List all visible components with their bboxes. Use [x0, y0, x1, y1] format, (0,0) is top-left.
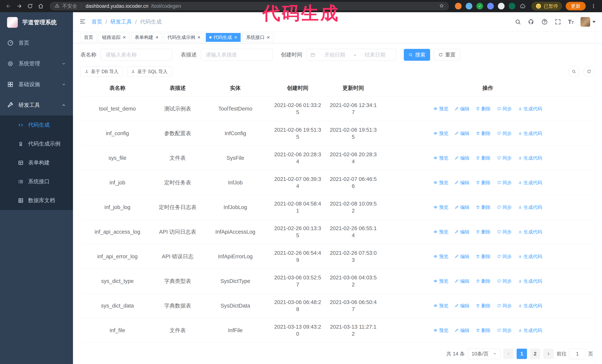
- url-bar[interactable]: 不安全 dashboard.yudao.iocoder.cn /tool/cod…: [50, 2, 449, 10]
- edit-link[interactable]: 编辑: [455, 253, 469, 260]
- profile-paused-badge[interactable]: 已暂停: [532, 2, 562, 10]
- preview-link[interactable]: 预览: [433, 154, 448, 161]
- tab-close-icon[interactable]: ×: [267, 35, 270, 40]
- page-button-1[interactable]: 1: [516, 349, 527, 359]
- extension-icon-darkgreen[interactable]: [509, 3, 515, 10]
- tab-codegen-example[interactable]: 代码生成示例×: [164, 33, 204, 42]
- home-button[interactable]: [36, 1, 46, 11]
- reset-button[interactable]: 重置: [434, 49, 460, 61]
- generate-code-link[interactable]: 生成代码: [518, 327, 542, 334]
- sync-link[interactable]: 同步: [497, 278, 512, 285]
- date-range-picker[interactable]: 开始日期 - 结束日期: [306, 49, 396, 61]
- preview-link[interactable]: 预览: [433, 302, 448, 309]
- edit-link[interactable]: 编辑: [455, 105, 469, 112]
- table-desc-input[interactable]: [201, 49, 273, 61]
- tab-close-icon[interactable]: ×: [155, 35, 158, 40]
- extension-icon-orange[interactable]: [455, 3, 462, 10]
- start-date-input[interactable]: 开始日期: [317, 51, 352, 58]
- tab-form-builder[interactable]: 表单构建×: [131, 33, 162, 42]
- tab-tracing[interactable]: 链路追踪×: [98, 33, 129, 42]
- preview-link[interactable]: 预览: [433, 105, 448, 112]
- breadcrumb-devtools[interactable]: 研发工具: [110, 18, 132, 26]
- sidebar-item-devtools[interactable]: 研发工具: [0, 95, 73, 115]
- table-name-input[interactable]: [101, 49, 172, 61]
- edit-link[interactable]: 编辑: [455, 327, 469, 334]
- generate-code-link[interactable]: 生成代码: [518, 105, 542, 112]
- delete-link[interactable]: 删除: [476, 204, 491, 211]
- sync-link[interactable]: 同步: [497, 302, 512, 309]
- tab-api[interactable]: 系统接口×: [242, 33, 273, 42]
- hamburger-icon[interactable]: [79, 18, 86, 26]
- tab-close-icon[interactable]: ×: [123, 35, 126, 40]
- preview-link[interactable]: 预览: [433, 204, 448, 211]
- extension-icon-grey[interactable]: [498, 3, 505, 10]
- refresh-table-button[interactable]: [583, 66, 595, 77]
- sidebar-item-infra[interactable]: 基础设施: [0, 74, 73, 95]
- generate-code-link[interactable]: 生成代码: [518, 179, 542, 186]
- edit-link[interactable]: 编辑: [455, 179, 469, 186]
- import-db-button[interactable]: 基于 DB 导入: [80, 66, 123, 77]
- edit-link[interactable]: 编辑: [455, 130, 469, 137]
- sync-link[interactable]: 同步: [497, 179, 512, 186]
- generate-code-link[interactable]: 生成代码: [518, 253, 542, 260]
- sync-link[interactable]: 同步: [497, 154, 512, 161]
- delete-link[interactable]: 删除: [476, 327, 491, 334]
- user-menu[interactable]: [580, 17, 596, 27]
- delete-link[interactable]: 删除: [476, 179, 491, 186]
- reload-button[interactable]: [25, 1, 35, 11]
- goto-page-input[interactable]: [569, 348, 586, 359]
- delete-link[interactable]: 删除: [476, 253, 491, 260]
- chrome-update-button[interactable]: 更新: [566, 2, 586, 10]
- sync-link[interactable]: 同步: [497, 105, 512, 112]
- fullscreen-icon[interactable]: [555, 19, 561, 25]
- forward-button[interactable]: [14, 1, 24, 11]
- edit-link[interactable]: 编辑: [455, 278, 469, 285]
- search-icon[interactable]: [515, 19, 521, 25]
- breadcrumb-home[interactable]: 首页: [92, 18, 102, 26]
- sidebar-item-codegen[interactable]: 代码生成: [0, 115, 73, 135]
- preview-link[interactable]: 预览: [433, 228, 448, 235]
- delete-link[interactable]: 删除: [476, 130, 491, 137]
- tab-home[interactable]: 首页: [80, 33, 97, 42]
- extensions-puzzle-icon[interactable]: [519, 3, 526, 10]
- generate-code-link[interactable]: 生成代码: [518, 278, 542, 285]
- sync-link[interactable]: 同步: [497, 204, 512, 211]
- generate-code-link[interactable]: 生成代码: [518, 204, 542, 211]
- edit-link[interactable]: 编辑: [455, 154, 469, 161]
- preview-link[interactable]: 预览: [433, 179, 448, 186]
- sync-link[interactable]: 同步: [497, 228, 512, 235]
- generate-code-link[interactable]: 生成代码: [518, 130, 542, 137]
- tab-codegen[interactable]: 代码生成×: [206, 33, 241, 42]
- preview-link[interactable]: 预览: [433, 327, 448, 334]
- kebab-menu-icon[interactable]: [589, 1, 598, 11]
- edit-link[interactable]: 编辑: [455, 204, 469, 211]
- tab-close-icon[interactable]: ×: [234, 35, 237, 40]
- sidebar-item-system[interactable]: 系统管理: [0, 53, 73, 74]
- import-sql-button[interactable]: 基于 SQL 导入: [127, 66, 172, 77]
- sync-link[interactable]: 同步: [497, 130, 512, 137]
- delete-link[interactable]: 删除: [476, 302, 491, 309]
- sidebar-item-form-builder[interactable]: 表单构建: [0, 153, 73, 172]
- extension-icon-blue[interactable]: [466, 3, 472, 10]
- edit-link[interactable]: 编辑: [455, 228, 469, 235]
- sidebar-item-codegen-example[interactable]: 代码生成示例: [0, 135, 73, 153]
- end-date-input[interactable]: 结束日期: [358, 51, 393, 58]
- sidebar-item-api[interactable]: 系统接口: [0, 172, 73, 191]
- sync-link[interactable]: 同步: [497, 327, 512, 334]
- font-size-icon[interactable]: TT: [568, 19, 574, 25]
- preview-link[interactable]: 预览: [433, 278, 448, 285]
- next-page-button[interactable]: [543, 349, 554, 359]
- edit-link[interactable]: 编辑: [455, 302, 469, 309]
- question-icon[interactable]: [541, 19, 548, 25]
- sync-link[interactable]: 同步: [497, 253, 512, 260]
- delete-link[interactable]: 删除: [476, 105, 491, 112]
- delete-link[interactable]: 删除: [476, 278, 491, 285]
- preview-link[interactable]: 预览: [433, 130, 448, 137]
- delete-link[interactable]: 删除: [476, 228, 491, 235]
- generate-code-link[interactable]: 生成代码: [518, 228, 542, 235]
- search-button[interactable]: 搜索: [404, 49, 430, 61]
- extension-icon-people[interactable]: [487, 3, 494, 10]
- page-button-2[interactable]: 2: [530, 349, 540, 359]
- bookmark-star-icon[interactable]: [439, 3, 444, 9]
- github-icon[interactable]: [528, 19, 535, 25]
